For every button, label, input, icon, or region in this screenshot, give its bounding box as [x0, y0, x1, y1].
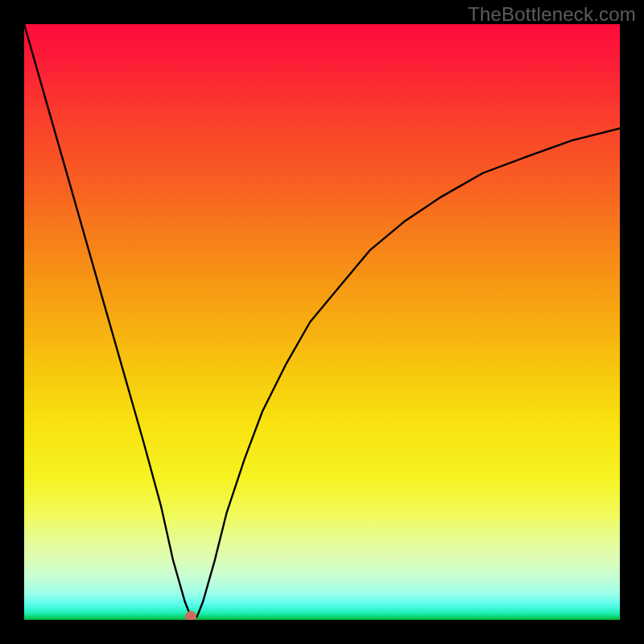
chart-frame: TheBottleneck.com [0, 0, 644, 644]
bottleneck-curve [24, 24, 620, 617]
marker-dot [185, 611, 196, 620]
plot-area [24, 24, 620, 620]
watermark-text: TheBottleneck.com [468, 3, 636, 26]
curve-svg [24, 24, 620, 620]
